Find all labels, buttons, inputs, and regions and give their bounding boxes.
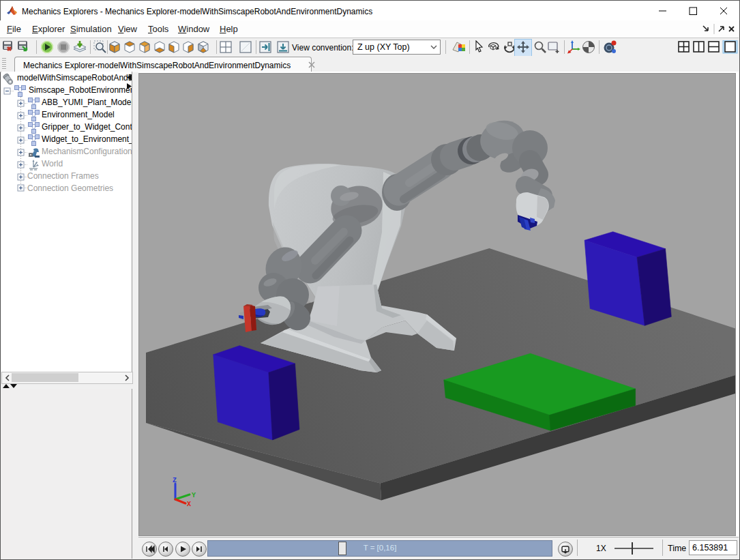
svg-text:X: X	[187, 501, 191, 508]
svg-text:Z: Z	[173, 477, 177, 484]
svg-text:Y: Y	[192, 492, 196, 499]
